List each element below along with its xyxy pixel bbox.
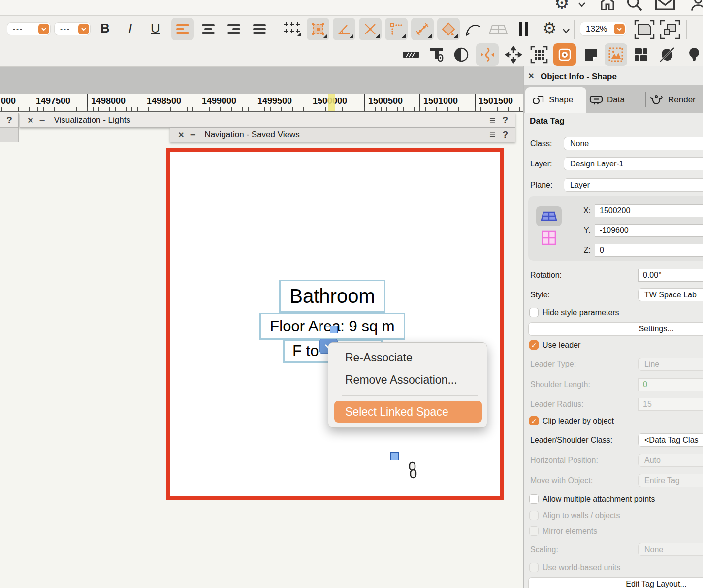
screen-plane-mode-button[interactable] [536, 206, 562, 226]
tab-render-label: Render [668, 95, 696, 105]
ruler-label: 1501000 [423, 96, 458, 106]
palette-help-icon[interactable]: ? [502, 130, 508, 140]
curve-tool[interactable] [464, 22, 482, 37]
justify-button[interactable] [248, 18, 271, 40]
tab-shape[interactable]: Shape [525, 87, 586, 113]
fit-to-page-icon[interactable] [634, 20, 655, 39]
z-label: Z: [576, 246, 591, 255]
contrast-button[interactable] [450, 43, 473, 66]
constraint-spring-button[interactable] [476, 43, 499, 66]
fill-diamond-tool[interactable] [437, 18, 460, 40]
user-icon[interactable] [689, 0, 703, 13]
z-coordinate-field[interactable]: 0 [595, 244, 703, 257]
palette-menu-icon[interactable]: ≡ [489, 114, 495, 126]
chevron-down-icon[interactable] [578, 2, 586, 8]
underline-button[interactable]: U [151, 21, 160, 36]
plane-dropdown[interactable]: Layer [564, 178, 703, 192]
clip-leader-checkbox[interactable]: ✓ [529, 416, 539, 425]
light-bulb-button[interactable] [683, 43, 703, 66]
ruler-mouse-position-marker [328, 94, 335, 111]
text-link-button[interactable] [425, 43, 448, 66]
text-style-dropdown-button[interactable] [38, 24, 49, 34]
scaling-label: Scaling: [530, 545, 558, 554]
use-world-based-units-checkbox [529, 563, 539, 572]
text-style-dropdown[interactable]: --- [7, 22, 51, 35]
text-format-toolbar: --- --- B I U [0, 16, 703, 43]
visibility-eye-button[interactable] [553, 43, 576, 66]
layer-dropdown[interactable]: Design Layer-1 [564, 157, 703, 170]
search-icon[interactable] [625, 0, 644, 13]
cross-snap-tool[interactable] [359, 18, 382, 40]
note-page-button[interactable] [579, 43, 602, 66]
y-label: Y: [576, 226, 591, 235]
edit-tag-layout-button[interactable]: Edit Tag Layout... [528, 577, 703, 588]
zoom-dropdown-button[interactable] [614, 24, 625, 34]
ruler-label: 1500500 [368, 96, 403, 106]
gear-icon[interactable]: ⚙ [554, 0, 569, 13]
palette-help-icon[interactable]: ? [502, 115, 508, 126]
angle-tool[interactable] [333, 18, 355, 40]
align-center-button[interactable] [197, 18, 220, 40]
data-tab-icon [589, 94, 603, 106]
use-leader-checkbox[interactable]: ✓ [529, 340, 539, 350]
grid-snap-button[interactable] [528, 43, 550, 66]
ruler-label: 1498500 [147, 96, 181, 106]
panel-close-icon[interactable]: × [528, 70, 534, 82]
data-tag-room-name[interactable]: Bathroom [279, 280, 385, 313]
clip-leader-label: Clip leader by object [543, 417, 614, 425]
horizontal-ruler: 000 1497500 1498000 1498500 1499000 1499… [0, 94, 523, 112]
hatch-display-button[interactable] [400, 43, 422, 66]
bold-button[interactable]: B [100, 21, 110, 36]
settings-chevron-icon[interactable] [562, 28, 570, 34]
image-stamp-button[interactable] [605, 43, 627, 66]
minimize-icon[interactable]: − [39, 115, 45, 126]
allow-multiple-attachment-points-label: Allow multiple attachment points [543, 495, 655, 504]
italic-button[interactable]: I [128, 21, 132, 36]
tab-data[interactable]: Data [589, 87, 643, 113]
select-similar-tool[interactable] [307, 18, 329, 40]
palette-menu-icon[interactable]: ≡ [489, 129, 495, 141]
selection-handle[interactable] [330, 326, 338, 333]
visualization-palette-titlebar[interactable]: × − Visualization - Lights ≡ ? [20, 113, 515, 128]
attachment-point-handle[interactable] [390, 452, 399, 460]
snap-grid-tool[interactable] [284, 21, 303, 38]
settings-button[interactable]: Settings... [528, 322, 703, 336]
horizontal-position-dropdown: Auto [638, 454, 703, 467]
minimize-icon[interactable]: − [190, 130, 196, 141]
class-dropdown[interactable]: None [564, 137, 703, 150]
mirror-elements-checkbox [529, 526, 539, 536]
perspective-table-icon[interactable] [488, 24, 508, 35]
menu-item-select-linked-space[interactable]: Select Linked Space [334, 401, 482, 423]
move-page-button[interactable] [502, 43, 525, 66]
rotation-field[interactable]: 0.00° [638, 269, 703, 282]
leader-shoulder-class-dropdown[interactable]: <Data Tag Clas [638, 433, 703, 447]
help-icon[interactable]: ? [6, 115, 12, 126]
tab-render[interactable]: Render [649, 87, 703, 113]
dotted-path-tool[interactable] [385, 18, 408, 40]
fit-to-objects-icon[interactable] [660, 20, 680, 39]
layer-plane-mode-button[interactable] [540, 229, 558, 247]
mail-icon[interactable] [655, 0, 675, 12]
align-right-button[interactable] [223, 18, 245, 40]
style-dropdown[interactable]: TW Space Lab [638, 288, 703, 301]
zoom-level-field[interactable]: 132% [580, 22, 626, 36]
constraint-line-tool[interactable] [411, 18, 434, 40]
allow-multiple-attachment-points-checkbox[interactable] [529, 494, 539, 504]
hide-style-parameters-label: Hide style parameters [543, 308, 619, 317]
align-left-button[interactable] [171, 18, 194, 40]
hide-style-parameters-checkbox[interactable] [529, 308, 539, 317]
close-icon[interactable]: × [28, 115, 33, 126]
menu-item-remove-association[interactable]: Remove Association... [345, 373, 457, 387]
hide-details-button[interactable] [656, 43, 678, 66]
x-coordinate-field[interactable]: 1500200 [595, 204, 703, 217]
settings-gear-icon[interactable]: ⚙ [543, 19, 557, 37]
y-coordinate-field[interactable]: -109600 [595, 224, 703, 237]
text-size-dropdown[interactable]: --- [54, 22, 91, 35]
viewports-layout-button[interactable] [630, 43, 652, 66]
pause-button[interactable] [518, 22, 530, 36]
navigation-palette-titlebar[interactable]: × − Navigation - Saved Views ≡ ? [170, 128, 515, 142]
text-size-dropdown-button[interactable] [78, 24, 89, 34]
menu-item-reassociate[interactable]: Re-Associate [345, 351, 413, 364]
close-icon[interactable]: × [178, 130, 184, 141]
home-icon[interactable] [599, 0, 616, 12]
